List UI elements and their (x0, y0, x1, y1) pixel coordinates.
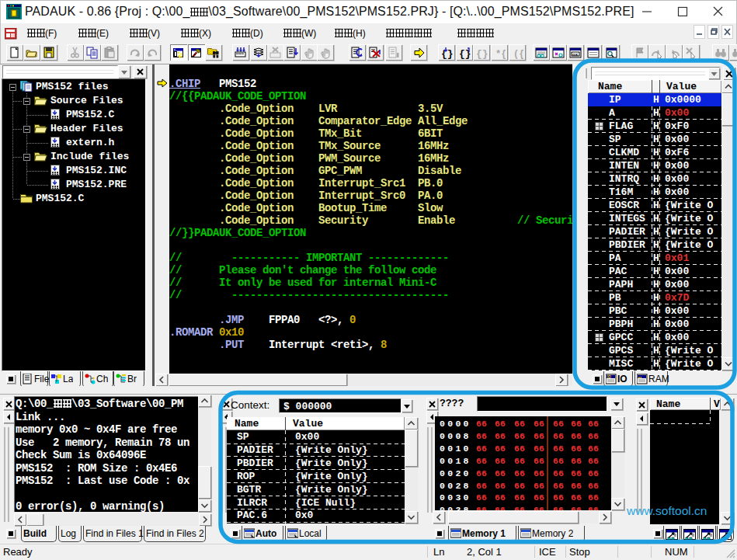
svg-text:*{: *{ (495, 49, 506, 59)
svg-text:{}: {} (476, 48, 488, 59)
svg-text:ox: ox (638, 375, 642, 379)
svg-text:IO: IO (607, 375, 611, 379)
svg-text:ox: ox (572, 52, 579, 57)
svg-text:({: ({ (513, 49, 523, 59)
